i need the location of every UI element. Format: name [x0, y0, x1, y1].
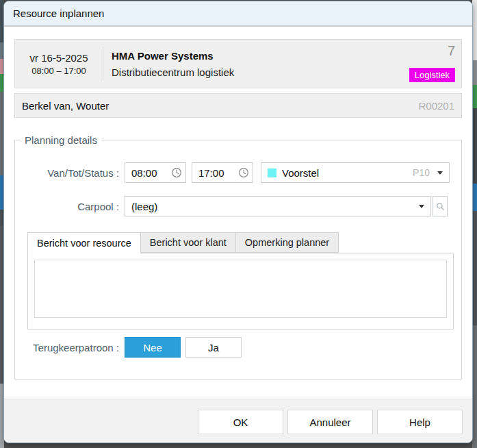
appointment-location: Distributiecentrum logistiek	[112, 66, 409, 78]
dialog-titlebar[interactable]: Resource inplannen	[4, 1, 472, 27]
chevron-down-icon	[437, 171, 443, 175]
clock-icon	[171, 167, 182, 178]
terugkeer-nee-button[interactable]: Nee	[125, 337, 181, 358]
tab-opmerking-planner[interactable]: Opmerking planner	[236, 232, 339, 253]
background-app-sliver-right	[472, 0, 477, 448]
help-button[interactable]: Help	[377, 410, 463, 434]
from-time-field	[125, 162, 186, 183]
to-time-input[interactable]	[192, 167, 235, 179]
van-tot-status-row: Van/Tot/Status :	[15, 162, 461, 183]
cancel-button[interactable]: Annuleer	[287, 410, 373, 434]
carpool-search-button[interactable]	[433, 196, 448, 216]
tab-bericht-voor-klant[interactable]: Bericht voor klant	[141, 232, 236, 253]
appointment-count: 7	[448, 43, 455, 59]
resource-code: R00201	[418, 100, 454, 112]
dialog-title: Resource inplannen	[13, 8, 104, 19]
planning-details-group: Planning details Van/Tot/Status :	[14, 134, 462, 380]
message-tab-panel	[27, 253, 454, 329]
appointment-time-range: 08:00 – 17:00	[15, 66, 103, 76]
from-time-input[interactable]	[125, 167, 168, 179]
terugkeerpatroon-label: Terugkeerpatroon :	[15, 342, 119, 353]
dialog-body: vr 16-5-2025 08:00 – 17:00 HMA Power Sys…	[4, 27, 472, 399]
carpool-value: (leeg)	[131, 201, 419, 212]
terugkeer-ja-button[interactable]: Ja	[185, 337, 242, 358]
message-textarea[interactable]	[34, 260, 447, 318]
resource-row: Berkel van, Wouter R00201	[14, 93, 462, 118]
appointment-main: HMA Power Systems Distributiecentrum log…	[103, 50, 409, 78]
ok-button[interactable]: OK	[198, 410, 283, 434]
dialog-resource-inplannen: Resource inplannen vr 16-5-2025 08:00 – …	[3, 1, 473, 443]
appointment-customer: HMA Power Systems	[112, 50, 409, 62]
resource-name: Berkel van, Wouter	[22, 100, 418, 112]
van-tot-status-label: Van/Tot/Status :	[15, 167, 119, 179]
search-icon	[436, 202, 445, 211]
status-color-swatch	[268, 169, 276, 177]
carpool-label: Carpool :	[15, 201, 119, 212]
to-time-clock-button[interactable]	[235, 163, 253, 182]
chevron-down-icon	[419, 205, 424, 208]
dialog-footer: OK Annuleer Help	[4, 399, 472, 443]
carpool-row: Carpool : (leeg)	[15, 196, 461, 216]
category-badge: Logistiek	[409, 68, 455, 82]
status-code: P10	[413, 167, 430, 178]
terugkeerpatroon-row: Terugkeerpatroon : Nee Ja	[15, 337, 461, 358]
from-time-clock-button[interactable]	[168, 163, 185, 182]
to-time-field	[192, 162, 253, 183]
tab-bericht-voor-resource[interactable]: Bericht voor resource	[27, 232, 141, 253]
status-dropdown[interactable]: Voorstel P10	[261, 162, 450, 183]
planning-details-legend: Planning details	[21, 134, 101, 146]
appointment-summary-card: vr 16-5-2025 08:00 – 17:00 HMA Power Sys…	[14, 39, 462, 88]
appointment-meta: 7 Logistiek	[409, 40, 461, 88]
carpool-dropdown[interactable]: (leeg)	[125, 196, 431, 216]
clock-icon	[238, 167, 249, 178]
message-tabs: Bericht voor resource Bericht voor klant…	[27, 232, 461, 253]
status-value: Voorstel	[282, 167, 413, 179]
appointment-when: vr 16-5-2025 08:00 – 17:00	[15, 52, 103, 76]
appointment-date: vr 16-5-2025	[15, 52, 103, 64]
